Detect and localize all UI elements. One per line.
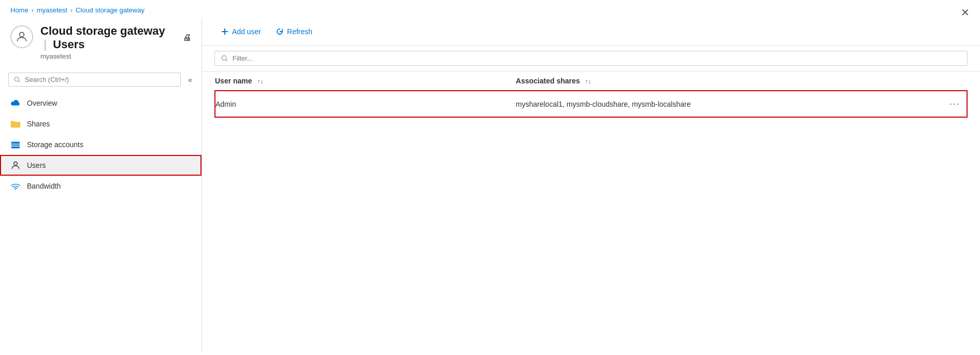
- svg-point-1: [15, 77, 19, 81]
- refresh-icon: [276, 27, 284, 36]
- collapse-button[interactable]: «: [185, 74, 195, 86]
- sidebar-item-shares-label: Shares: [27, 120, 50, 128]
- sort-shares-icon[interactable]: ↑↓: [585, 78, 591, 85]
- sidebar-item-storage-label: Storage accounts: [27, 140, 83, 149]
- breadcrumb-myasetest[interactable]: myasetest: [37, 6, 67, 14]
- svg-rect-4: [11, 144, 20, 146]
- column-header-username[interactable]: User name ↑↓: [215, 72, 516, 91]
- left-panel: Cloud storage gateway | Users 🖨 myasetes…: [0, 18, 202, 352]
- breadcrumb-current[interactable]: Cloud storage gateway: [76, 6, 145, 14]
- row-actions-button[interactable]: ···: [945, 97, 964, 110]
- breadcrumb-home[interactable]: Home: [10, 6, 28, 14]
- toolbar: Add user Refresh: [202, 18, 980, 46]
- sidebar-item-bandwidth[interactable]: Bandwidth: [0, 176, 201, 196]
- table-row[interactable]: Admin mysharelocal1, mysmb-cloudshare, m…: [215, 91, 967, 117]
- svg-point-0: [20, 32, 24, 37]
- print-icon[interactable]: 🖨: [183, 33, 191, 42]
- person-icon: [10, 160, 21, 171]
- sidebar-item-overview[interactable]: Overview: [0, 93, 201, 113]
- cloud-icon: [10, 98, 21, 108]
- svg-line-11: [226, 60, 227, 61]
- svg-point-10: [222, 55, 226, 60]
- resource-header: Cloud storage gateway | Users 🖨 myasetes…: [0, 18, 201, 68]
- sidebar-item-storage-accounts[interactable]: Storage accounts: [0, 134, 201, 155]
- nav-list: Overview Shares: [0, 91, 201, 198]
- right-panel: Add user Refresh: [202, 18, 980, 352]
- filter-input[interactable]: [233, 54, 961, 62]
- column-header-associated-shares[interactable]: Associated shares ↑↓: [516, 72, 941, 91]
- svg-point-6: [14, 162, 18, 165]
- folder-icon: [10, 119, 21, 129]
- sidebar-item-shares[interactable]: Shares: [0, 113, 201, 134]
- cell-associated-shares: mysharelocal1, mysmb-cloudshare, mysmb-l…: [516, 91, 941, 117]
- storage-icon: [10, 139, 21, 150]
- refresh-button[interactable]: Refresh: [269, 24, 319, 39]
- cell-actions: ···: [941, 91, 967, 117]
- svg-point-7: [15, 189, 16, 190]
- resource-avatar: [10, 25, 33, 48]
- close-button[interactable]: ✕: [961, 7, 970, 18]
- search-icon: [14, 76, 21, 83]
- sidebar-item-users-label: Users: [27, 161, 46, 169]
- search-input[interactable]: [25, 76, 175, 83]
- add-icon: [221, 27, 229, 36]
- svg-line-2: [19, 81, 20, 82]
- search-container: «: [0, 68, 201, 91]
- sort-username-icon[interactable]: ↑↓: [257, 78, 263, 85]
- resource-title-text: Cloud storage gateway | Users: [40, 24, 178, 51]
- breadcrumb: Home › myasetest › Cloud storage gateway: [0, 0, 980, 18]
- sidebar-item-overview-label: Overview: [27, 99, 57, 107]
- sidebar-item-bandwidth-label: Bandwidth: [27, 182, 61, 190]
- cell-username: Admin: [215, 91, 516, 117]
- resource-subtitle: myasetest: [40, 52, 191, 60]
- search-box: [8, 73, 181, 87]
- svg-rect-5: [11, 147, 20, 149]
- svg-rect-3: [11, 142, 20, 144]
- wifi-icon: [10, 181, 21, 191]
- sidebar-item-users[interactable]: Users: [0, 155, 201, 176]
- table-header-row: User name ↑↓ Associated shares ↑↓: [215, 72, 967, 91]
- table-container: User name ↑↓ Associated shares ↑↓: [202, 72, 980, 352]
- filter-search-icon: [221, 55, 228, 62]
- add-user-button[interactable]: Add user: [214, 24, 267, 39]
- users-table: User name ↑↓ Associated shares ↑↓: [214, 72, 968, 118]
- filter-bar: [202, 46, 980, 72]
